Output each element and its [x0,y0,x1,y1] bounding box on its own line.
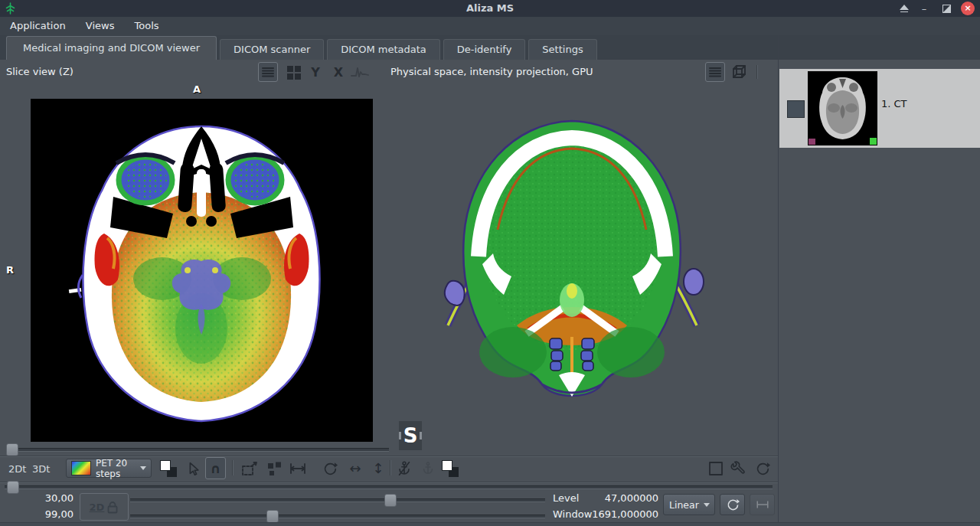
series-thumbnail [808,71,877,145]
background-color-button[interactable] [439,458,461,479]
invert-lut-button[interactable] [158,458,179,479]
mode-2dt-button[interactable]: 2Dt [8,463,26,475]
series-checkbox[interactable] [787,100,805,118]
slider-groove [5,485,773,489]
level-slider[interactable] [129,494,547,506]
level-label: Level [553,492,579,504]
toolbar-divider [756,65,757,79]
titlebar: Aliza MS – × [0,0,980,17]
colormap-select[interactable]: PET 20 steps [66,459,152,478]
maximize-button[interactable] [936,0,956,17]
axial-slice-image [31,99,373,442]
thumbnail-corner-marker-right [870,138,877,145]
padlock-icon [106,501,119,514]
minimize-icon: – [922,3,927,15]
ct-thumbnail-image [808,71,877,145]
histogram-button[interactable] [349,62,371,82]
window-title: Aliza MS [0,0,980,17]
reset-window-button[interactable] [720,494,745,515]
grid-layout-icon [286,65,301,80]
coronal-projection-image [436,100,708,406]
square-outline-icon [708,461,724,476]
chevron-down-icon [704,503,710,507]
range-tool-button-disabled[interactable] [750,494,775,515]
ruler-distance-icon [756,500,769,509]
menu-item-views[interactable]: Views [77,17,123,35]
statusbar [0,522,980,526]
thumbnail-corner-marker-left [808,139,815,145]
settings-tool-button[interactable] [727,458,749,479]
mode-3dt-button[interactable]: 3Dt [32,463,50,475]
anchor-slash-icon [396,460,413,477]
anchor-off-button[interactable] [394,457,415,479]
projection-status-text: Physical space, intensity projection, GP… [390,66,593,77]
close-icon: × [964,2,971,15]
rotate-icon [322,461,338,476]
cursor-icon [185,461,201,476]
colormap-gradient-icon [71,461,91,475]
overlapping-squares-icon [160,460,177,477]
viewer-area: Slice view (Z) Y X Physical space, inten… [0,60,778,522]
lock-2d-label: 2D [90,501,105,513]
transfer-function-select[interactable]: Linear [663,494,715,515]
list-layout-icon [709,67,721,77]
toolbar-divider [390,460,390,475]
sidebar: × × 1. CT [778,35,980,526]
arrow-horizontal-icon: ↔ [349,460,361,476]
slice-slider[interactable] [5,443,390,456]
axial-slice-view[interactable] [31,99,373,442]
components-button[interactable] [263,458,285,479]
slider-groove [130,515,545,518]
menu-item-application[interactable]: Application [2,17,74,35]
lock-2d-button[interactable]: 2D [80,493,129,521]
single-view-layout-button[interactable] [258,62,278,82]
tab-settings[interactable]: Settings [528,39,596,60]
slice-view-label: Slice view (Z) [6,66,74,77]
roi-select-button[interactable] [239,458,260,479]
application-window: Aliza MS – × Application Views Tools Med… [0,0,980,526]
frame-outline-button[interactable] [705,458,727,479]
cube-3d-button[interactable] [728,62,750,82]
toolbar-divider [232,460,233,475]
intersection-icon: ∩ [211,461,221,476]
slider-handle[interactable] [266,510,279,523]
reset-view-button[interactable] [752,458,773,479]
slider-groove [6,448,389,452]
colormap-value: PET 20 steps [96,458,136,479]
dashed-selection-icon [241,461,258,476]
overlapping-squares-icon [442,460,459,477]
shade-button[interactable] [894,0,914,17]
minimize-button[interactable]: – [914,0,934,17]
pointer-tool-button[interactable] [182,458,204,479]
window-slider[interactable] [129,510,547,522]
tab-de-identify[interactable]: De-identify [443,39,526,60]
level-value: 47,000000 [580,492,658,504]
tab-dicom-metadata[interactable]: DICOM metadata [327,39,440,60]
projection-view[interactable] [436,100,708,406]
series-list-item[interactable]: 1. CT [779,69,980,148]
intersection-tool-button[interactable]: ∩ [205,457,226,479]
rotate-icon [726,498,740,511]
y-view-button[interactable]: Y [305,62,325,82]
transfer-function-value: Linear [669,499,699,511]
tab-dicom-scanner[interactable]: DICOM scanner [220,39,324,60]
flip-horizontal-button[interactable]: ↔ [345,457,366,479]
window-value: 1691,000000 [580,508,658,520]
measure-distance-button[interactable] [286,458,309,479]
wrench-icon [730,461,746,476]
frames-list-button[interactable] [705,62,725,82]
close-button[interactable]: × [961,2,975,15]
menu-item-tools[interactable]: Tools [126,17,168,35]
tab-medical-imaging-viewer[interactable]: Medical imaging and DICOM viewer [6,36,217,60]
histogram-icon [351,66,369,78]
orientation-label-superior: S [399,421,422,450]
anchor-button-disabled[interactable] [418,458,438,479]
time-slider[interactable] [3,482,774,492]
slider-handle[interactable] [384,494,397,507]
x-view-button[interactable]: X [328,62,348,82]
grid-view-layout-button[interactable] [283,62,303,82]
rotate-view-button[interactable] [319,458,341,479]
slider-handle[interactable] [6,443,18,456]
range-bottom-value: 99,00 [14,508,74,520]
flip-vertical-button[interactable]: ↕ [369,457,387,479]
